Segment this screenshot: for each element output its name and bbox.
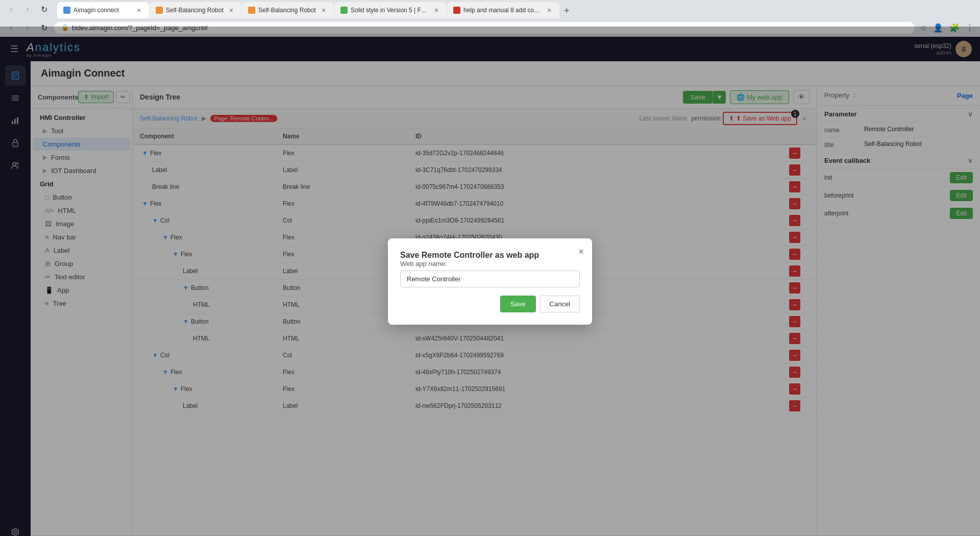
tab-self-balancing-1[interactable]: Self-Balancing Robot ×: [150, 2, 241, 18]
tab-close-icon[interactable]: ×: [432, 6, 440, 14]
tab-self-balancing-2[interactable]: Self-Balancing Robot ×: [242, 2, 334, 18]
nav-reload[interactable]: ↻: [37, 2, 51, 16]
tab-favicon: [63, 7, 70, 14]
tab-favicon: [340, 7, 348, 14]
nav-forward[interactable]: ›: [20, 2, 35, 16]
modal-dialog: Save Remote Controller as web app × Web …: [388, 238, 592, 325]
browser-chrome: ‹ › ↻ Aimagin connect × Self-Balancing R…: [0, 0, 980, 18]
nav-controls: ‹ › ↻: [4, 2, 51, 16]
tab-close-icon[interactable]: ×: [227, 6, 235, 14]
new-tab-button[interactable]: +: [560, 4, 574, 18]
modal-actions: Save Cancel: [400, 296, 580, 312]
tab-label: Aimagin connect: [74, 7, 132, 14]
modal-name-label: Web app name:: [400, 260, 580, 267]
modal-overlay[interactable]: Save Remote Controller as web app × Web …: [0, 27, 980, 536]
tab-label: Self-Balancing Robot: [166, 7, 224, 14]
tab-help-manual[interactable]: help and manual 8 add code -... ×: [447, 2, 559, 18]
tab-label: Solid style in Version 5 | Font A...: [351, 7, 429, 14]
tab-favicon: [453, 7, 460, 14]
modal-cancel-button[interactable]: Cancel: [540, 296, 580, 312]
modal-title: Save Remote Controller as web app: [400, 251, 539, 259]
nav-back[interactable]: ‹: [4, 2, 18, 16]
tab-label: help and manual 8 add code -...: [463, 7, 542, 14]
tab-favicon: [248, 7, 255, 14]
tab-solid-style[interactable]: Solid style in Version 5 | Font A... ×: [334, 2, 447, 18]
tab-aimagin[interactable]: Aimagin connect ×: [57, 2, 149, 18]
tab-close-icon[interactable]: ×: [135, 6, 143, 14]
modal-save-button[interactable]: Save: [500, 296, 536, 312]
modal-name-input[interactable]: [400, 271, 580, 287]
tab-bar: Aimagin connect × Self-Balancing Robot ×…: [57, 0, 574, 18]
tab-label: Self-Balancing Robot: [258, 7, 316, 14]
tab-close-icon[interactable]: ×: [545, 6, 553, 14]
modal-close-button[interactable]: ×: [576, 245, 586, 259]
tab-favicon: [156, 7, 163, 14]
tab-close-icon[interactable]: ×: [320, 6, 328, 14]
